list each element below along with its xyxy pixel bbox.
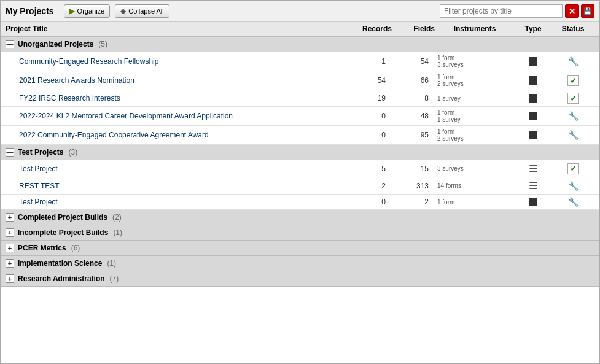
- fields-cell: 54: [392, 57, 435, 66]
- section-toggle-implementation[interactable]: +: [6, 259, 14, 268]
- section-toggle-unorganized[interactable]: —: [6, 40, 14, 48]
- project-link[interactable]: 2022 Community-Engaged Cooperative Agree…: [19, 131, 209, 139]
- project-link[interactable]: FY22 IRSC Research Interests: [19, 94, 120, 103]
- fields-cell: 66: [392, 76, 435, 85]
- status-icon-check: ✓: [551, 93, 594, 104]
- page-title: My Projects: [6, 6, 54, 16]
- filter-input[interactable]: [440, 4, 563, 18]
- section-label-research_admin: Research Administration: [18, 274, 105, 283]
- col-header-type: Type: [515, 25, 551, 33]
- project-title-cell: FY22 IRSC Research Interests: [19, 94, 343, 103]
- organize-icon: ▶: [69, 7, 75, 15]
- status-icon-wrench: 🔧: [551, 111, 594, 121]
- table-row: REST TEST 2 313 14 forms ☰ 🔧: [1, 177, 599, 195]
- table-row: 2022 Community-Engaged Cooperative Agree…: [1, 126, 599, 145]
- instruments-cell: 1 survey: [435, 95, 515, 102]
- records-cell: 0: [343, 198, 392, 206]
- instruments-cell: 1 form 1 survey: [435, 109, 515, 123]
- records-cell: 19: [343, 94, 392, 103]
- organize-button[interactable]: ▶ Organize: [64, 4, 111, 18]
- records-cell: 0: [343, 112, 392, 120]
- status-icon-wrench: 🔧: [551, 197, 594, 207]
- project-link[interactable]: 2022-2024 KL2 Mentored Career Developmen…: [19, 112, 233, 120]
- section-count-pcer: (6): [71, 244, 80, 252]
- type-icon-square: [515, 131, 551, 139]
- col-header-title: Project Title: [6, 25, 343, 33]
- section-header-research_admin[interactable]: + Research Administration (7): [1, 271, 599, 287]
- project-link[interactable]: Test Project: [19, 198, 58, 206]
- type-icon-square: [515, 76, 551, 85]
- collapse-all-button[interactable]: ◆ Collapse All: [115, 4, 169, 18]
- section-header-completed[interactable]: + Completed Project Builds (2): [1, 210, 599, 225]
- project-link[interactable]: Community-Engaged Research Fellowship: [19, 57, 158, 66]
- instruments-cell: 1 form: [435, 199, 515, 206]
- fields-cell: 313: [392, 182, 435, 190]
- section-count-unorganized: (5): [98, 40, 107, 48]
- records-cell: 0: [343, 131, 392, 139]
- project-title-cell: Test Project: [19, 198, 343, 206]
- col-header-instruments: Instruments: [435, 25, 515, 33]
- project-title-cell: 2022 Community-Engaged Cooperative Agree…: [19, 131, 343, 139]
- filter-save-button[interactable]: 💾: [581, 4, 594, 18]
- section-header-unorganized[interactable]: — Unorganized Projects (5): [1, 37, 599, 52]
- section-toggle-incomplete[interactable]: +: [6, 228, 14, 237]
- section-label-unorganized: Unorganized Projects: [18, 40, 93, 48]
- section-label-completed: Completed Project Builds: [18, 213, 107, 222]
- type-icon-layers: ☰: [515, 180, 551, 192]
- records-cell: 1: [343, 57, 392, 66]
- records-cell: 2: [343, 182, 392, 190]
- collapse-icon: ◆: [120, 7, 126, 15]
- project-title-cell: 2022-2024 KL2 Mentored Career Developmen…: [19, 112, 343, 120]
- status-icon-wrench: 🔧: [551, 130, 594, 140]
- section-toggle-pcer[interactable]: +: [6, 244, 14, 252]
- fields-cell: 48: [392, 112, 435, 120]
- project-title-cell: REST TEST: [19, 182, 343, 190]
- fields-cell: 8: [392, 94, 435, 103]
- section-header-pcer[interactable]: + PCER Metrics (6): [1, 241, 599, 256]
- filter-clear-button[interactable]: ✕: [565, 4, 579, 18]
- project-link[interactable]: REST TEST: [19, 182, 60, 190]
- instruments-cell: 1 form 2 surveys: [435, 74, 515, 87]
- project-title-cell: Test Project: [19, 165, 343, 173]
- instruments-cell: 1 form 3 surveys: [435, 55, 515, 68]
- section-header-test[interactable]: — Test Projects (3): [1, 145, 599, 160]
- table-row: Test Project 5 15 3 surveys ☰ ✓: [1, 160, 599, 177]
- section-label-test: Test Projects: [18, 148, 63, 157]
- table-header: Project Title Records Fields Instruments…: [1, 22, 599, 37]
- table-row: Test Project 0 2 1 form 🔧: [1, 195, 599, 210]
- section-count-implementation: (1): [107, 259, 116, 268]
- col-header-status: Status: [551, 25, 594, 33]
- fields-cell: 2: [392, 198, 435, 206]
- header-bar: My Projects ▶ Organize ◆ Collapse All ✕ …: [1, 1, 599, 22]
- col-header-records: Records: [343, 25, 392, 33]
- records-cell: 5: [343, 165, 392, 173]
- filter-container: ✕ 💾: [440, 4, 594, 18]
- fields-cell: 15: [392, 165, 435, 173]
- section-count-test: (3): [68, 148, 77, 157]
- section-count-incomplete: (1): [113, 228, 122, 237]
- table-row: 2021 Research Awards Nomination 54 66 1 …: [1, 71, 599, 90]
- col-header-fields: Fields: [392, 25, 435, 33]
- fields-cell: 95: [392, 131, 435, 139]
- instruments-cell: 14 forms: [435, 182, 515, 189]
- table-row: 2022-2024 KL2 Mentored Career Developmen…: [1, 107, 599, 126]
- project-link[interactable]: Test Project: [19, 165, 58, 173]
- section-label-pcer: PCER Metrics: [18, 244, 66, 252]
- project-title-cell: 2021 Research Awards Nomination: [19, 76, 343, 85]
- section-count-completed: (2): [112, 213, 122, 222]
- section-toggle-completed[interactable]: +: [6, 213, 14, 222]
- instruments-cell: 3 surveys: [435, 165, 515, 172]
- type-icon-square: [515, 198, 551, 206]
- table-row: Community-Engaged Research Fellowship 1 …: [1, 52, 599, 71]
- section-header-incomplete[interactable]: + Incomplete Project Builds (1): [1, 225, 599, 241]
- main-content: — Unorganized Projects (5) Community-Eng…: [1, 37, 599, 352]
- project-link[interactable]: 2021 Research Awards Nomination: [19, 76, 134, 85]
- section-toggle-test[interactable]: —: [6, 148, 14, 157]
- status-icon-wrench: 🔧: [551, 181, 594, 191]
- type-icon-square: [515, 112, 551, 120]
- section-count-research_admin: (7): [110, 274, 119, 283]
- section-toggle-research_admin[interactable]: +: [6, 274, 14, 283]
- records-cell: 54: [343, 76, 392, 85]
- section-header-implementation[interactable]: + Implementation Science (1): [1, 256, 599, 271]
- project-title-cell: Community-Engaged Research Fellowship: [19, 57, 343, 66]
